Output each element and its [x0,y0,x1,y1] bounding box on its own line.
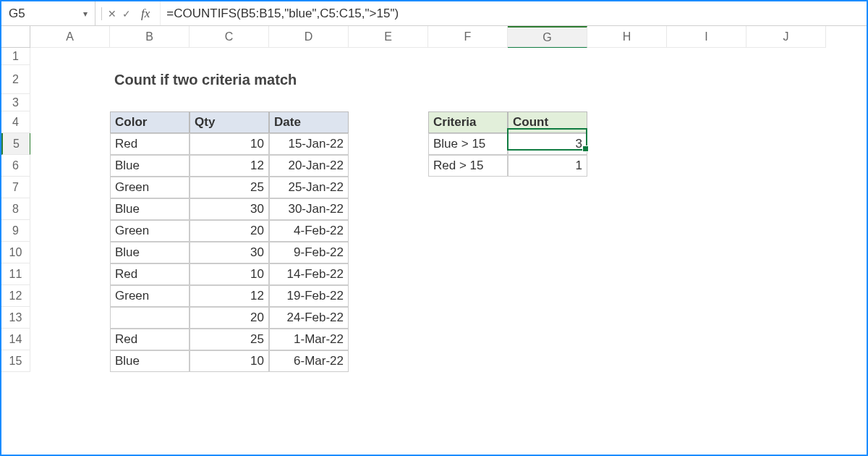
table1-cell[interactable]: Red [110,263,190,285]
cell[interactable] [428,48,508,65]
cell[interactable] [746,198,826,220]
cell[interactable] [349,242,428,263]
cell[interactable] [349,177,428,198]
cell[interactable] [746,94,826,111]
cell[interactable] [428,177,508,198]
cell[interactable] [428,198,508,220]
table1-cell[interactable]: 10 [190,350,269,372]
cell[interactable] [428,220,508,242]
row-head-10[interactable]: 10 [1,242,30,263]
cell[interactable] [587,177,667,198]
table1-header-date[interactable]: Date [269,111,349,133]
table1-cell[interactable]: 14-Feb-22 [269,263,349,285]
cell[interactable] [349,263,428,285]
table1-cell[interactable]: 25-Jan-22 [269,177,349,198]
spreadsheet-grid[interactable]: A B C D E F G H I J 1 2 Count if two cri… [1,26,867,415]
cell[interactable] [587,285,667,307]
cell[interactable] [508,48,587,65]
cell[interactable] [190,94,269,111]
row-head-13[interactable]: 13 [1,307,30,329]
name-box[interactable]: G5 ▾ [1,1,95,25]
table1-cell[interactable]: Blue [110,198,190,220]
table2-cell[interactable]: Blue > 15 [428,133,508,155]
cell[interactable] [667,198,746,220]
cell[interactable] [667,111,746,133]
table1-cell[interactable]: 10 [190,263,269,285]
cell[interactable] [667,220,746,242]
table1-cell[interactable]: 30 [190,198,269,220]
cell[interactable] [349,350,428,372]
cell[interactable] [349,307,428,329]
cell[interactable] [746,111,826,133]
cell[interactable] [587,307,667,329]
select-all-corner[interactable] [1,26,30,48]
row-head-15[interactable]: 15 [1,350,30,372]
cell[interactable] [508,65,587,94]
cell[interactable] [110,48,190,65]
col-head-C[interactable]: C [190,26,269,48]
table1-cell[interactable]: 25 [190,177,269,198]
table1-cell[interactable]: 15-Jan-22 [269,133,349,155]
col-head-H[interactable]: H [587,26,667,48]
table2-cell[interactable]: 1 [508,155,587,177]
cell[interactable] [428,329,508,350]
cell[interactable] [667,263,746,285]
table1-cell[interactable]: 6-Mar-22 [269,350,349,372]
col-head-B[interactable]: B [110,26,190,48]
row-head-6[interactable]: 6 [1,155,30,177]
table1-header-color[interactable]: Color [110,111,190,133]
cell[interactable] [587,329,667,350]
table1-cell[interactable]: Red [110,329,190,350]
table1-cell[interactable]: Blue [110,155,190,177]
cell[interactable] [110,94,190,111]
cell[interactable] [587,65,667,94]
cell[interactable] [190,48,269,65]
row-head-9[interactable]: 9 [1,220,30,242]
table1-cell[interactable]: 20 [190,220,269,242]
fx-icon[interactable]: fx [137,7,154,21]
cell[interactable] [508,263,587,285]
cell[interactable] [667,329,746,350]
table2-header-count[interactable]: Count [508,111,587,133]
formula-input[interactable]: =COUNTIFS(B5:B15,"blue",C5:C15,">15") [161,7,867,21]
row-head-2[interactable]: 2 [1,65,30,94]
cell[interactable] [349,198,428,220]
cell[interactable] [30,198,110,220]
col-head-F[interactable]: F [428,26,508,48]
cell[interactable] [746,329,826,350]
cell[interactable] [587,350,667,372]
cell[interactable] [508,177,587,198]
cell[interactable] [587,111,667,133]
cell[interactable] [428,94,508,111]
cell[interactable] [587,263,667,285]
cell[interactable] [428,263,508,285]
cell[interactable] [30,177,110,198]
col-head-A[interactable]: A [30,26,110,48]
table1-cell[interactable] [110,307,190,329]
row-head-14[interactable]: 14 [1,329,30,350]
table1-cell[interactable]: 12 [190,285,269,307]
cell[interactable] [667,65,746,94]
cell[interactable] [428,65,508,94]
cell[interactable] [667,48,746,65]
accept-icon[interactable]: ✓ [122,8,131,20]
cell[interactable] [428,350,508,372]
col-head-E[interactable]: E [349,26,428,48]
col-head-D[interactable]: D [269,26,349,48]
cell[interactable] [349,285,428,307]
cell[interactable] [587,155,667,177]
cell[interactable] [746,263,826,285]
cell[interactable] [428,285,508,307]
table1-header-qty[interactable]: Qty [190,111,269,133]
cell[interactable] [746,177,826,198]
cell[interactable] [667,155,746,177]
row-head-11[interactable]: 11 [1,263,30,285]
cell[interactable] [587,198,667,220]
cell[interactable] [30,155,110,177]
cell[interactable] [746,307,826,329]
row-head-1[interactable]: 1 [1,48,30,65]
cell[interactable] [428,242,508,263]
row-head-7[interactable]: 7 [1,177,30,198]
table1-cell[interactable]: Red [110,133,190,155]
cell[interactable] [30,329,110,350]
